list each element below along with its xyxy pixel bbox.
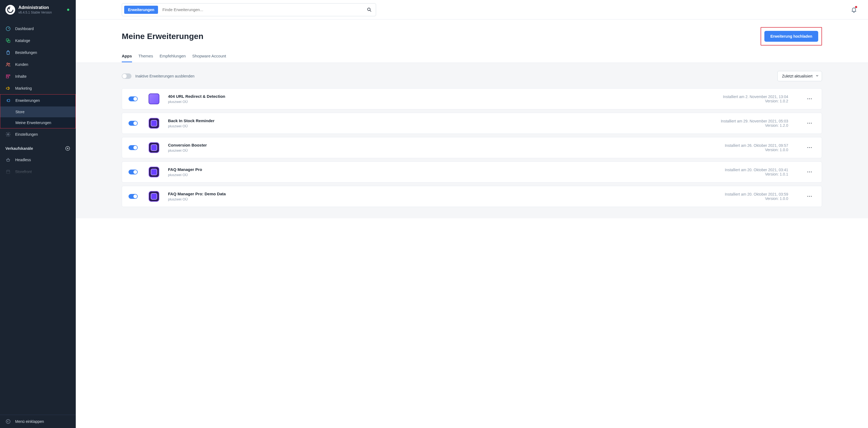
app-title: Administration: [19, 5, 52, 10]
extension-more-button[interactable]: ···: [804, 170, 815, 174]
svg-rect-6: [6, 75, 10, 76]
extension-row: 404 URL Redirect & Detection pluszwei OÜ…: [122, 88, 822, 109]
extension-info: FAQ Manager Pro: Demo Data pluszwei OÜ: [168, 192, 226, 201]
upload-highlight-box: Erweiterung hochladen: [761, 27, 822, 46]
status-dot-icon: [67, 9, 69, 11]
hide-inactive-row: Inaktive Erweiterungen ausblenden: [122, 74, 194, 79]
extension-more-button[interactable]: ···: [804, 96, 815, 101]
users-icon: [5, 62, 11, 67]
extension-installed-date: Installiert am 20. Oktober 2021, 03:59: [725, 192, 788, 196]
sidebar-item-label: Erweiterungen: [16, 98, 40, 103]
sales-channels-list: Headless Storefront: [0, 154, 76, 178]
sidebar-item-orders[interactable]: Bestellungen: [0, 47, 76, 58]
topbar: Erweiterungen: [76, 0, 868, 20]
extension-name: Conversion Booster: [168, 143, 207, 147]
dots-icon: ···: [807, 121, 812, 126]
svg-rect-3: [7, 40, 10, 42]
sidebar-item-label: Kataloge: [15, 38, 30, 43]
search-bar[interactable]: Erweiterungen: [122, 3, 376, 16]
search-scope-tag[interactable]: Erweiterungen: [124, 6, 158, 14]
tab-recommendations[interactable]: Empfehlungen: [160, 52, 186, 62]
megaphone-icon: [5, 86, 11, 91]
search-icon[interactable]: [363, 7, 376, 12]
extension-meta: Installiert am 20. Oktober 2021, 03:41 V…: [725, 168, 788, 176]
extension-name: 404 URL Redirect & Detection: [168, 94, 225, 98]
hide-inactive-label: Inaktive Erweiterungen ausblenden: [135, 74, 194, 78]
extension-info: 404 URL Redirect & Detection pluszwei OÜ: [168, 94, 225, 104]
extension-version: Version: 1.2.0: [765, 123, 788, 127]
extension-author: pluszwei OÜ: [168, 197, 226, 201]
sidebar-item-label: Bestellungen: [15, 50, 37, 55]
main: Erweiterungen Meine Erweiterungen Erweit…: [76, 0, 868, 428]
extension-active-toggle[interactable]: [128, 121, 138, 126]
upload-extension-button[interactable]: Erweiterung hochladen: [764, 31, 818, 42]
extension-version: Version: 1.0.0: [765, 196, 788, 201]
copy-icon: [5, 38, 11, 44]
sidebar-item-label: Meine Erweiterungen: [16, 120, 51, 125]
extension-installed-date: Installiert am 20. Oktober 2021, 03:41: [725, 168, 788, 172]
extension-name: FAQ Manager Pro: [168, 167, 202, 172]
sidebar-subitem-store[interactable]: Store: [0, 107, 75, 117]
gear-icon: [5, 132, 11, 137]
extension-row: FAQ Manager Pro pluszwei OÜ Installiert …: [122, 162, 822, 182]
extension-more-button[interactable]: ···: [804, 194, 815, 199]
sidebar-item-settings[interactable]: Einstellungen: [0, 129, 76, 140]
sidebar-subitem-my-extensions[interactable]: Meine Erweiterungen: [0, 117, 75, 128]
sales-channels-heading: Verkaufskanäle: [0, 140, 76, 154]
extension-author: pluszwei OÜ: [168, 124, 215, 128]
sidebar-nav: Dashboard Kataloge Bestellungen Kunden I…: [0, 23, 76, 178]
search-input[interactable]: [158, 3, 363, 16]
hide-inactive-toggle[interactable]: [122, 74, 131, 79]
extension-active-toggle[interactable]: [128, 145, 138, 150]
notifications-button[interactable]: [851, 6, 857, 13]
page-body: Meine Erweiterungen Erweiterung hochlade…: [76, 20, 868, 428]
content-area: Inaktive Erweiterungen ausblenden Zuletz…: [76, 63, 868, 218]
extensions-list: 404 URL Redirect & Detection pluszwei OÜ…: [122, 88, 822, 207]
filter-row: Inaktive Erweiterungen ausblenden Zuletz…: [122, 71, 822, 81]
tabs: Apps Themes Empfehlungen Shopware Accoun…: [122, 52, 822, 63]
extension-icon: [149, 118, 159, 129]
sidebar-item-marketing[interactable]: Marketing: [0, 82, 76, 94]
sidebar-item-label: Dashboard: [15, 27, 34, 31]
extension-row: Back In Stock Reminder pluszwei OÜ Insta…: [122, 113, 822, 134]
sidebar-footer: Menü einklappen: [0, 415, 76, 428]
svg-rect-8: [7, 99, 10, 102]
extension-meta: Installiert am 26. Oktober 2021, 09:57 V…: [725, 143, 788, 152]
sidebar-item-customers[interactable]: Kunden: [0, 58, 76, 70]
app-version: v6.4.5.1 Stable Version: [19, 10, 52, 15]
extension-icon: [149, 93, 159, 104]
extension-name: FAQ Manager Pro: Demo Data: [168, 192, 226, 196]
extension-active-toggle[interactable]: [128, 170, 138, 174]
dots-icon: ···: [807, 96, 812, 101]
extension-more-button[interactable]: ···: [804, 121, 815, 126]
extension-installed-date: Installiert am 26. Oktober 2021, 09:57: [725, 143, 788, 148]
plus-circle-icon[interactable]: [65, 146, 70, 151]
extension-meta: Installiert am 29. November 2021, 05:03 …: [721, 119, 788, 127]
extension-active-toggle[interactable]: [128, 96, 138, 101]
gauge-icon: [5, 26, 11, 31]
basket-icon: [5, 157, 11, 163]
sidebar-item-catalogs[interactable]: Kataloge: [0, 35, 76, 47]
dots-icon: ···: [807, 145, 812, 150]
sidebar-item-dashboard[interactable]: Dashboard: [0, 23, 76, 35]
sidebar-item-label: Store: [16, 110, 24, 114]
sort-dropdown[interactable]: Zuletzt aktualisiert: [777, 71, 822, 81]
tab-themes[interactable]: Themes: [138, 52, 153, 62]
chevron-left-circle-icon: [5, 419, 11, 424]
tab-apps[interactable]: Apps: [122, 52, 132, 62]
sidebar-collapse[interactable]: Menü einklappen: [0, 415, 76, 428]
sidebar-item-storefront[interactable]: Storefront: [0, 166, 76, 178]
sidebar-item-extensions[interactable]: Erweiterungen: [0, 94, 75, 107]
sidebar-item-content[interactable]: Inhalte: [0, 70, 76, 82]
logo-icon: [5, 5, 15, 15]
chevron-down-icon: [815, 74, 819, 79]
tab-account[interactable]: Shopware Account: [192, 52, 226, 62]
extension-more-button[interactable]: ···: [804, 145, 815, 150]
sidebar-item-label: Marketing: [15, 86, 32, 90]
svg-rect-2: [6, 39, 8, 41]
sidebar-item-headless[interactable]: Headless: [0, 154, 76, 166]
sidebar-highlight-extensions: Erweiterungen Store Meine Erweiterungen: [0, 94, 76, 129]
svg-point-5: [9, 63, 10, 64]
extension-active-toggle[interactable]: [128, 194, 138, 199]
extension-version: Version: 1.0.0: [765, 148, 788, 152]
